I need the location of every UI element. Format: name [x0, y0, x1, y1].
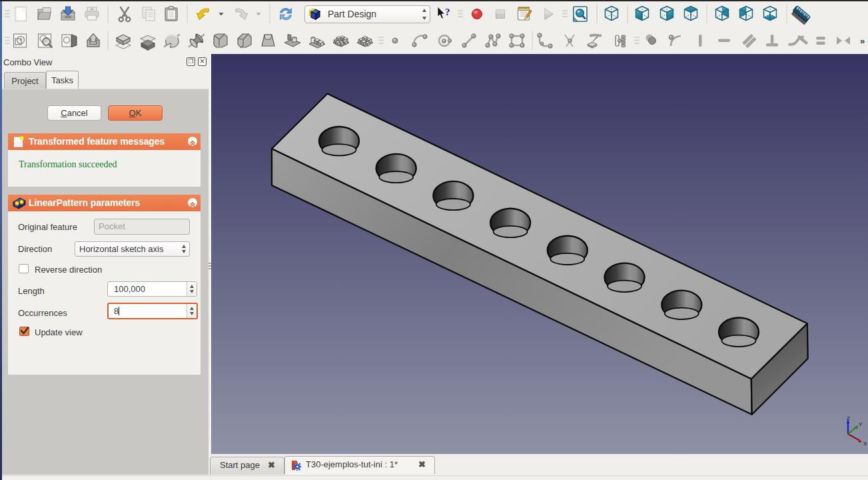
svg-text:»: » [860, 36, 865, 46]
svg-text:Z: Z [847, 415, 850, 421]
svg-text:X: X [863, 441, 867, 447]
svg-text:Y: Y [859, 421, 863, 427]
svg-text:?: ? [445, 7, 450, 17]
